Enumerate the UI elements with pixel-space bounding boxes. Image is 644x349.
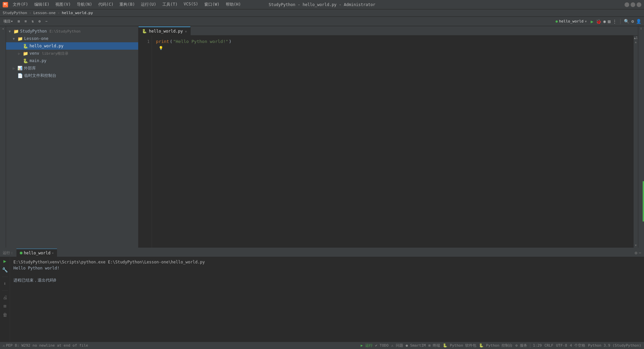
- menu-file[interactable]: 文件(F): [10, 1, 31, 8]
- status-python-pkg-btn[interactable]: 🐍 Python 软件包: [443, 343, 476, 348]
- paren-open: (: [170, 38, 172, 45]
- tree-lesson-one[interactable]: ▼ 📁 Lesson-one: [6, 35, 138, 42]
- bottom-settings-icon[interactable]: ⚙: [635, 250, 637, 255]
- left-sidebar-icons: ▶: [0, 26, 6, 248]
- tree-hello-world[interactable]: ▷ 🐍 hello_world.py: [6, 42, 138, 50]
- tree-external-libs[interactable]: ▷ 📊 外部库: [6, 64, 138, 72]
- run-config-selector[interactable]: ● hello_world ▼: [553, 18, 589, 24]
- more-run-options[interactable]: ⋮: [612, 19, 617, 24]
- toolbar-sort-icon[interactable]: ⇅: [30, 18, 36, 24]
- run-config-bar: 项目▾ ⊞ ≡ ⇅ ⚙ − ● hello_world ▼ ▶ 🐞 ◉ ▤ ⋮ …: [0, 17, 644, 26]
- status-terminal-btn[interactable]: ⊞ 终端: [428, 343, 440, 348]
- logo-text: PC: [4, 3, 7, 6]
- external-label: 外部库: [24, 65, 36, 71]
- close-button[interactable]: ✕: [637, 2, 641, 7]
- bottom-tabs: 运行： hello_world ✕ ⚙ −: [0, 248, 644, 257]
- breadcrumb-root[interactable]: StudyPython: [3, 11, 27, 15]
- warning-text: PEP 8: W292 no newline at end of file: [6, 343, 88, 348]
- status-interpreter[interactable]: Python 3.9 (StudyPython): [588, 343, 641, 348]
- run-wrench-icon[interactable]: 🔧: [2, 267, 8, 272]
- menu-refactor[interactable]: 重构(B): [117, 1, 138, 8]
- tree-arrow-venv: ▷: [18, 52, 21, 55]
- status-warning[interactable]: ⚠ PEP 8: W292 no newline at end of file: [3, 343, 88, 348]
- toolbar-grid-icon[interactable]: ⊞: [16, 18, 22, 24]
- coverage-button[interactable]: ▤: [608, 19, 610, 24]
- tree-venv[interactable]: ▷ 📁 venv library根目录: [6, 50, 138, 57]
- settings-icon[interactable]: ⚙: [631, 19, 634, 24]
- menu-edit[interactable]: 编辑(E): [32, 1, 52, 8]
- tree-root-studypython[interactable]: ▼ 📁 StudyPython E:\StudyPython: [6, 28, 138, 35]
- code-editor[interactable]: 1 print("Hello Python world!") 💡 ▲1 ▲ ▼: [139, 36, 638, 248]
- menu-code[interactable]: 代码(C): [96, 1, 116, 8]
- status-smartim-btn[interactable]: ● SmartIM: [406, 343, 426, 348]
- soft-wrap-icon[interactable]: ⊠: [3, 303, 6, 309]
- bottom-minimize-icon[interactable]: −: [639, 250, 641, 255]
- toolbar-minus-icon[interactable]: −: [43, 18, 50, 24]
- scroll-arrow-up[interactable]: ▲: [635, 40, 637, 44]
- project-dropdown[interactable]: 项目▾: [1, 18, 15, 24]
- bottom-left-icons: ▶ 🔧 ⬇ 🖨 ⊠ 🗑: [0, 257, 10, 342]
- tab-label: hello_world.py: [149, 29, 183, 34]
- run-tab-label: hello_world: [24, 251, 50, 255]
- menu-run[interactable]: 运行(U): [138, 1, 159, 8]
- menu-vcs[interactable]: VCS(S): [181, 1, 201, 8]
- window-controls[interactable]: ─ □ ✕: [625, 2, 641, 7]
- scroll-to-end-icon[interactable]: ⬇: [3, 281, 6, 286]
- tree-main-py[interactable]: ▷ 🐍 main.py: [6, 57, 138, 64]
- tab-close-button[interactable]: ✕: [185, 30, 187, 33]
- breadcrumb-file[interactable]: hello_world.py: [62, 11, 93, 15]
- sidebar-toggle[interactable]: ▶: [1, 28, 4, 31]
- toolbar-collapse-icon[interactable]: ≡: [22, 18, 29, 24]
- debug-button[interactable]: 🐞: [596, 19, 601, 24]
- profile-button[interactable]: ◉: [603, 19, 606, 24]
- status-position[interactable]: 1:29: [533, 343, 542, 348]
- keyword-print: print: [156, 38, 169, 45]
- file-explorer: ▼ 📁 StudyPython E:\StudyPython ▼ 📁 Lesso…: [6, 26, 139, 248]
- py-icon-main: 🐍: [23, 58, 28, 63]
- clear-console-icon[interactable]: 🖨: [3, 295, 7, 300]
- run-dot: [20, 252, 22, 254]
- maximize-button[interactable]: □: [631, 2, 635, 7]
- string-hello: "Hello Python world!": [173, 38, 228, 45]
- menu-bar[interactable]: 文件(F) 编辑(E) 视图(V) 导航(N) 代码(C) 重构(B) 运行(U…: [10, 1, 244, 8]
- status-python-console-btn[interactable]: 🐍 Python 控制台: [479, 343, 513, 348]
- run-tab-close[interactable]: ✕: [52, 251, 53, 255]
- status-charset[interactable]: UTF-8: [556, 343, 567, 348]
- status-right: ▶ 运行 ✔ TODO ⚠ 问题 ● SmartIM ⊞ 终端 🐍 Python…: [361, 343, 641, 348]
- code-content[interactable]: print("Hello Python world!") 💡: [152, 36, 633, 248]
- terminal-blank: [13, 271, 641, 277]
- minimize-button[interactable]: ─: [625, 2, 629, 7]
- status-run-btn[interactable]: ▶ 运行: [361, 343, 372, 348]
- bottom-content: ▶ 🔧 ⬇ 🖨 ⊠ 🗑 E:\StudyPython\venv\Scripts\…: [0, 257, 644, 342]
- green-scrollbar: [643, 181, 644, 221]
- menu-window[interactable]: 窗口(W): [202, 1, 222, 8]
- scroll-arrow-down[interactable]: ▼: [635, 244, 637, 247]
- status-line-sep[interactable]: CRLF: [544, 343, 553, 348]
- tree-temp-files[interactable]: ▷ 📄 临时文件和控制台: [6, 72, 138, 79]
- tab-hello-world[interactable]: 🐍 hello_world.py ✕: [139, 27, 191, 35]
- run-config-name: hello_world: [559, 19, 584, 23]
- run-play-icon[interactable]: ▶: [3, 258, 6, 264]
- user-icon[interactable]: 👤: [636, 19, 641, 24]
- menu-tools[interactable]: 工具(T): [160, 1, 180, 8]
- status-services-btn[interactable]: ⚙ 服务: [515, 343, 527, 348]
- delete-icon[interactable]: 🗑: [3, 312, 7, 317]
- toolbar-settings-icon[interactable]: ⚙: [37, 18, 43, 24]
- project-label: 项目▾: [3, 19, 13, 24]
- minus-icon: −: [45, 19, 48, 23]
- menu-navigate[interactable]: 导航(N): [74, 1, 95, 8]
- status-todo-btn[interactable]: ✔ TODO: [375, 343, 389, 348]
- status-indent[interactable]: 4 个空格: [570, 343, 585, 348]
- warning-icon: ⚠: [3, 343, 5, 348]
- code-line-1: print("Hello Python world!"): [156, 38, 629, 45]
- breadcrumb-lesson[interactable]: Lesson-one: [33, 11, 55, 15]
- right-sidebar-btn[interactable]: ⋯: [639, 28, 643, 30]
- menu-view[interactable]: 视图(V): [53, 1, 73, 8]
- run-button[interactable]: ▶: [591, 19, 593, 24]
- status-problems-btn[interactable]: ⚠ 问题: [391, 343, 403, 348]
- terminal-command: E:\StudyPython\venv\Scripts\python.exe E…: [13, 259, 641, 265]
- menu-help[interactable]: 帮助(H): [223, 1, 244, 8]
- tab-run-hello[interactable]: hello_world ✕: [16, 249, 57, 257]
- tree-arrow-external: ▷: [13, 66, 16, 70]
- search-everywhere-icon[interactable]: 🔍: [624, 19, 629, 24]
